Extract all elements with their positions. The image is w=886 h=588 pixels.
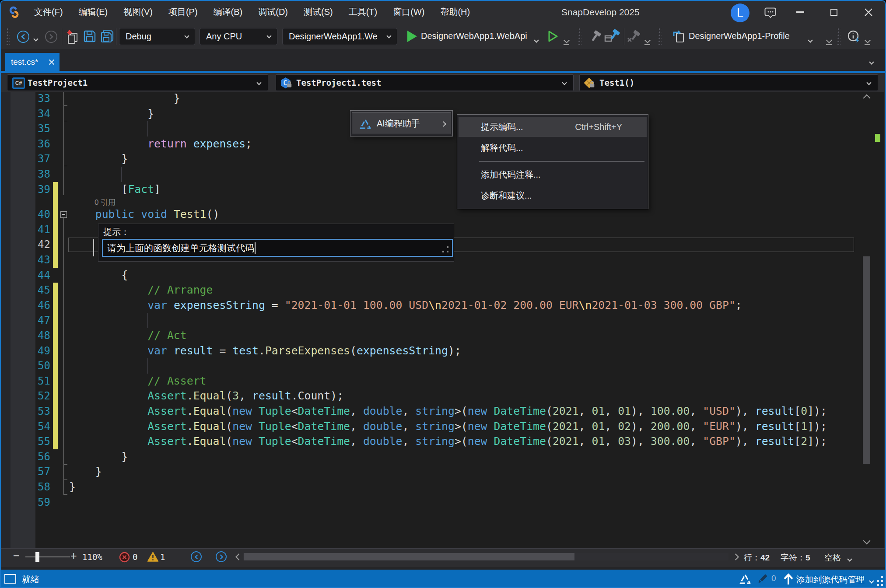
scroll-down-icon[interactable] xyxy=(863,537,871,545)
whitespace-dropdown[interactable] xyxy=(848,555,851,563)
submenu-item[interactable]: 解释代码... xyxy=(459,138,647,158)
configuration-combobox[interactable]: Debug xyxy=(119,28,195,45)
code-line[interactable]: 57 } xyxy=(0,464,884,480)
pending-edits-icon[interactable] xyxy=(756,573,768,585)
vertical-scrollbar-thumb[interactable] xyxy=(863,256,870,464)
menubar-item[interactable]: 文件(F) xyxy=(26,0,71,24)
build-options-dropdown[interactable] xyxy=(644,38,651,45)
platform-combobox[interactable]: Any CPU xyxy=(200,28,277,45)
tab-list-dropdown[interactable] xyxy=(870,58,873,66)
publish-icon[interactable] xyxy=(672,30,686,44)
start-without-debugging-button[interactable] xyxy=(548,30,558,42)
menubar-item[interactable]: 视图(V) xyxy=(116,0,161,24)
submenu-item[interactable]: 诊断和建议... xyxy=(459,186,647,206)
codelens-references[interactable]: 0 引用 xyxy=(95,197,116,207)
code-editor[interactable]: 33 }34 }3536 return expenses;37 }3839 [F… xyxy=(0,92,884,548)
resize-grip-icon[interactable] xyxy=(442,251,444,252)
horizontal-scrollbar[interactable] xyxy=(243,553,728,560)
background-tasks-icon[interactable] xyxy=(4,574,16,584)
code-line[interactable]: 51 // Assert xyxy=(0,374,884,389)
context-menu-item-ai-assistant[interactable]: AI编程助手 xyxy=(352,112,451,134)
toolbar-overflow-dropdown[interactable] xyxy=(865,38,871,45)
code-line[interactable]: 49 var result = test.ParseExpenses(expen… xyxy=(0,343,884,359)
code-line[interactable]: 46 var expensesString = "2021-01-01 100.… xyxy=(0,298,884,313)
code-line[interactable]: 53 Assert.Equal(new Tuple<DateTime, doub… xyxy=(0,404,884,419)
publish-profile-dropdown[interactable] xyxy=(809,36,812,44)
navigate-back-dropdown[interactable] xyxy=(34,35,38,42)
zoom-level[interactable]: 110% xyxy=(82,552,102,562)
run-options-dropdown[interactable] xyxy=(564,38,570,45)
warning-icon[interactable] xyxy=(147,551,159,562)
menubar-item[interactable]: 项目(P) xyxy=(161,0,206,24)
ai-prompt-input[interactable]: 请为上面的函数创建单元格测试代码 xyxy=(102,239,453,257)
user-avatar[interactable]: L xyxy=(731,4,749,22)
cancel-build-button[interactable] xyxy=(627,30,641,44)
code-line[interactable]: 48 // Act xyxy=(0,328,884,343)
build-file-icon[interactable] xyxy=(588,30,603,44)
code-line[interactable]: 39 [Fact] xyxy=(0,182,884,197)
toolbar-grip[interactable] xyxy=(578,27,581,46)
whitespace-mode[interactable]: 空格 xyxy=(824,552,841,564)
save-all-button[interactable] xyxy=(100,29,114,43)
zoom-slider-thumb[interactable] xyxy=(35,552,39,562)
code-line[interactable]: 50 xyxy=(0,358,884,374)
zoom-in-button[interactable]: + xyxy=(70,550,77,562)
type-dropdown[interactable]: C TestProject1.test xyxy=(276,74,574,91)
scroll-left-icon[interactable] xyxy=(235,553,240,561)
toolbar-grip[interactable] xyxy=(658,27,662,46)
code-line[interactable]: 55 Assert.Equal(new Tuple<DateTime, doub… xyxy=(0,434,884,449)
project-dropdown[interactable]: C# TestProject1 xyxy=(7,74,268,91)
member-dropdown[interactable]: Test1() xyxy=(579,74,878,91)
submenu-item[interactable]: 提示编码...Ctrl+Shift+Y xyxy=(459,117,647,137)
start-debugging-button[interactable] xyxy=(407,31,417,42)
feedback-status-icon[interactable] xyxy=(847,30,861,44)
code-line[interactable]: 59 xyxy=(0,495,884,510)
new-file-button[interactable] xyxy=(66,30,79,44)
resize-grip-icon[interactable] xyxy=(447,251,448,252)
toolbar-grip[interactable] xyxy=(6,27,10,46)
menubar-item[interactable]: 测试(S) xyxy=(296,0,341,24)
navigate-back-button[interactable] xyxy=(17,31,29,43)
save-button[interactable] xyxy=(83,30,96,43)
build-project-button[interactable] xyxy=(604,29,621,44)
code-line[interactable]: 45 // Arrange xyxy=(0,283,884,298)
fold-collapse-button[interactable] xyxy=(60,211,67,218)
code-line[interactable]: 58} xyxy=(0,480,884,495)
run-target-label[interactable]: DesignerWebApp1.WebApi xyxy=(421,31,527,41)
scroll-right-icon[interactable] xyxy=(734,553,739,561)
menubar-item[interactable]: 编辑(E) xyxy=(71,0,116,24)
toolbar-grip[interactable] xyxy=(837,27,840,46)
publish-profile-label[interactable]: DesignerWebApp1-Profile xyxy=(689,31,790,41)
code-line[interactable]: 37 } xyxy=(0,151,884,167)
maximize-button[interactable] xyxy=(824,0,844,24)
code-line[interactable]: 54 Assert.Equal(new Tuple<DateTime, doub… xyxy=(0,419,884,434)
code-line[interactable]: 36 return expenses; xyxy=(0,136,884,152)
code-line[interactable]: 38 xyxy=(0,167,884,182)
minimize-button[interactable] xyxy=(790,0,810,24)
source-control-label[interactable]: 添加到源代码管理 xyxy=(796,574,865,585)
code-line[interactable]: 44 { xyxy=(0,268,884,283)
navigate-forward-button[interactable] xyxy=(45,31,57,43)
run-target-dropdown[interactable] xyxy=(535,36,538,44)
menubar-item[interactable]: 编译(B) xyxy=(206,0,251,24)
code-line[interactable]: 33 } xyxy=(0,92,884,106)
ai-assistant-status-icon[interactable] xyxy=(739,574,752,585)
submenu-item[interactable]: 添加代码注释... xyxy=(459,164,647,185)
horizontal-scrollbar-thumb[interactable] xyxy=(244,553,574,560)
resize-grip-icon[interactable] xyxy=(447,246,448,248)
zoom-out-button[interactable]: − xyxy=(13,550,19,562)
close-button[interactable] xyxy=(858,0,879,24)
menubar-item[interactable]: 窗口(W) xyxy=(385,0,432,24)
menubar-item[interactable]: 帮助(H) xyxy=(432,0,478,24)
tab-test-cs[interactable]: test.cs* xyxy=(5,53,60,71)
feedback-icon[interactable] xyxy=(764,7,777,18)
code-line[interactable]: 56 } xyxy=(0,449,884,465)
tab-close-icon[interactable] xyxy=(49,59,55,65)
code-line[interactable]: 40 public void Test1() xyxy=(0,207,884,222)
menubar-item[interactable]: 工具(T) xyxy=(341,0,385,24)
push-icon[interactable] xyxy=(783,573,794,585)
error-icon[interactable] xyxy=(119,552,130,563)
prev-change-button[interactable] xyxy=(191,551,202,562)
publish-options-dropdown[interactable] xyxy=(826,38,832,45)
menubar-item[interactable]: 调试(D) xyxy=(250,0,296,24)
